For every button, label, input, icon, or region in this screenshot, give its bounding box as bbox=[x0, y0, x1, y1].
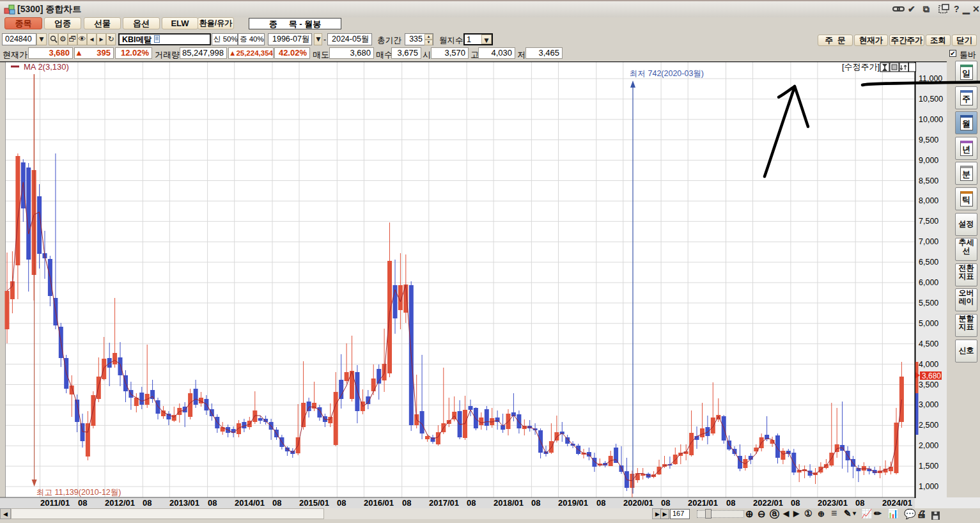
svg-text:08: 08 bbox=[402, 498, 411, 508]
svg-text:08: 08 bbox=[791, 498, 800, 508]
svg-text:5,500: 5,500 bbox=[919, 299, 938, 308]
svg-text:3,000: 3,000 bbox=[919, 400, 938, 409]
svg-text:5,000: 5,000 bbox=[919, 319, 938, 328]
svg-text:10,500: 10,500 bbox=[919, 95, 943, 104]
svg-text:7,000: 7,000 bbox=[919, 237, 938, 246]
svg-text:10,000: 10,000 bbox=[919, 115, 943, 124]
svg-text:2021/01: 2021/01 bbox=[688, 498, 718, 508]
svg-text:08: 08 bbox=[143, 498, 152, 508]
svg-text:4,000: 4,000 bbox=[919, 360, 938, 369]
svg-text:2022/01: 2022/01 bbox=[753, 498, 783, 508]
svg-text:2016/01: 2016/01 bbox=[364, 498, 394, 508]
svg-text:9,500: 9,500 bbox=[919, 136, 938, 144]
svg-text:6,000: 6,000 bbox=[919, 278, 938, 287]
svg-text:2012/01: 2012/01 bbox=[105, 498, 135, 508]
svg-text:08: 08 bbox=[208, 498, 217, 508]
svg-text:08: 08 bbox=[272, 498, 281, 508]
svg-text:1,500: 1,500 bbox=[919, 462, 938, 471]
svg-text:MA 2(3,130): MA 2(3,130) bbox=[24, 62, 69, 72]
svg-text:2017/01: 2017/01 bbox=[429, 498, 459, 508]
svg-text:08: 08 bbox=[855, 498, 864, 508]
svg-text:8,500: 8,500 bbox=[919, 176, 938, 185]
svg-text:2014/01: 2014/01 bbox=[235, 498, 265, 508]
svg-text:8,000: 8,000 bbox=[919, 196, 938, 205]
svg-text:2,000: 2,000 bbox=[919, 441, 938, 450]
svg-text:2020/01: 2020/01 bbox=[623, 498, 653, 508]
svg-text:6,500: 6,500 bbox=[919, 258, 938, 267]
svg-text:2024/01: 2024/01 bbox=[882, 498, 912, 508]
svg-text:08: 08 bbox=[467, 498, 476, 508]
svg-text:7,500: 7,500 bbox=[919, 217, 938, 226]
svg-text:[수정주가]: [수정주가] bbox=[842, 62, 880, 72]
svg-text:1,000: 1,000 bbox=[919, 482, 938, 491]
svg-text:최저 742(2020-03월): 최저 742(2020-03월) bbox=[630, 69, 704, 78]
svg-text:08: 08 bbox=[661, 498, 670, 508]
svg-text:3,680: 3,680 bbox=[922, 371, 941, 380]
svg-text:2013/01: 2013/01 bbox=[169, 498, 199, 508]
svg-text:08: 08 bbox=[596, 498, 605, 508]
svg-text:3,500: 3,500 bbox=[919, 380, 938, 389]
svg-text:2011/01: 2011/01 bbox=[40, 498, 70, 508]
svg-text:08: 08 bbox=[78, 498, 87, 508]
svg-text:2,500: 2,500 bbox=[919, 421, 938, 430]
svg-text:2019/01: 2019/01 bbox=[558, 498, 588, 508]
svg-text:08: 08 bbox=[726, 498, 735, 508]
svg-text:최고 11,139(2010-12월): 최고 11,139(2010-12월) bbox=[36, 488, 121, 497]
svg-text:08: 08 bbox=[337, 498, 346, 508]
svg-text:2023/01: 2023/01 bbox=[818, 498, 848, 508]
svg-text:2015/01: 2015/01 bbox=[299, 498, 329, 508]
svg-text:08: 08 bbox=[531, 498, 540, 508]
svg-text:9,000: 9,000 bbox=[919, 156, 938, 165]
svg-text:2018/01: 2018/01 bbox=[494, 498, 524, 508]
svg-text:4,500: 4,500 bbox=[919, 340, 938, 348]
